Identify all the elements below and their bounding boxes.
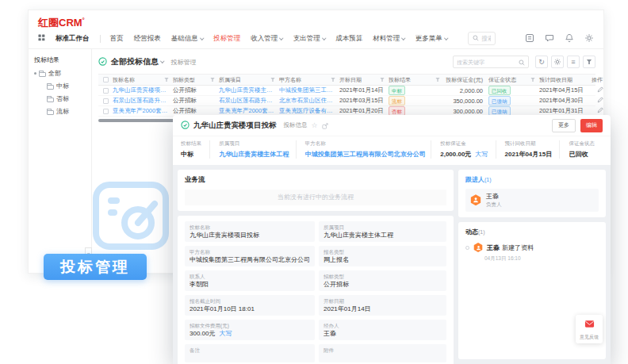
nav-bid-management[interactable]: 投标管理: [213, 34, 240, 44]
col-actions: 操作: [592, 76, 609, 84]
refresh-button[interactable]: ↻: [535, 56, 548, 68]
nav-reports[interactable]: 经营报表: [134, 34, 161, 44]
filter-funnel-icon[interactable]: [164, 78, 169, 82]
detail-actions: 更多 编辑: [552, 119, 603, 132]
columns-button[interactable]: ≡: [567, 56, 580, 68]
cell-bid-name[interactable]: 石景山区莲石路升改造工程: [113, 97, 173, 105]
activity-title: 动态(1): [465, 228, 599, 236]
nav-home[interactable]: 首页: [110, 34, 124, 44]
bid-management-badge: 投标管理: [44, 254, 147, 280]
memo-icon[interactable]: [525, 33, 534, 44]
tree-node-label: 否标: [56, 94, 69, 103]
uppercase-link[interactable]: 大写: [219, 330, 232, 337]
apps-grid-icon[interactable]: [38, 34, 45, 43]
cell-project[interactable]: 石景山区莲石路升改造工程: [219, 97, 279, 105]
search-icon: [473, 35, 479, 43]
detail-tab-label: 投标信息: [284, 121, 308, 129]
cell-bid-name[interactable]: 九华山庄贵宾楼项目投标: [113, 86, 173, 94]
tree-node-failed[interactable]: 流标: [47, 107, 86, 116]
tree-node-won[interactable]: 中标: [47, 82, 86, 90]
star-icon[interactable]: ☆: [312, 122, 318, 129]
chevron-down-icon: [322, 36, 326, 40]
feedback-widget[interactable]: 意见反馈: [576, 315, 603, 343]
chat-icon[interactable]: [545, 33, 554, 44]
col-party[interactable]: 甲方名称: [279, 76, 339, 84]
nav-expense[interactable]: 支出管理: [293, 34, 326, 44]
more-button[interactable]: 更多: [552, 119, 576, 132]
edit-icon[interactable]: [597, 108, 603, 115]
col-project[interactable]: 所属项目: [219, 76, 279, 84]
deposit-status-tag: 已回收: [488, 86, 511, 95]
filter-funnel-icon[interactable]: [530, 78, 535, 82]
summary-recover-date: 预计回收日期 2021年04月15日: [496, 140, 560, 159]
cell-party[interactable]: 北京市石景山区住房和城...: [279, 97, 339, 105]
cell-open-date: 2021年01月20日: [339, 107, 389, 115]
nav-basic-info[interactable]: 基础信息: [171, 34, 204, 44]
filter-funnel-icon[interactable]: [270, 78, 275, 82]
logo-degree: °: [82, 17, 85, 24]
nav-budget[interactable]: 成本预算: [335, 34, 362, 44]
logo-text: 红圈CRM: [38, 17, 82, 29]
module-icon: [98, 55, 107, 69]
nav-materials[interactable]: 材料管理: [373, 34, 405, 44]
col-deposit[interactable]: 投标保证金(元): [444, 76, 488, 84]
filter-funnel-icon[interactable]: [435, 78, 440, 82]
settings-button[interactable]: [551, 56, 564, 68]
bid-watermark-icon: [92, 181, 170, 254]
list-search-input[interactable]: [457, 59, 516, 65]
col-open-date[interactable]: 开标日期: [339, 76, 389, 84]
field-remark: 备注: [185, 344, 315, 362]
cell-party[interactable]: 中城投集团第三工程局有...: [279, 86, 339, 94]
tree-node-all[interactable]: 全部: [34, 69, 86, 78]
nav-more-menu[interactable]: 更多菜单: [415, 34, 448, 44]
chevron-down-icon[interactable]: [160, 59, 164, 63]
share-icon[interactable]: [322, 118, 328, 132]
workspace-label[interactable]: 标准工作台: [56, 34, 90, 44]
app-logo: 红圈CRM°: [38, 15, 85, 29]
row-checkbox[interactable]: [103, 109, 109, 114]
list-title[interactable]: 全部投标信息: [111, 56, 159, 67]
gear-icon[interactable]: [584, 33, 594, 44]
row-checkbox[interactable]: [103, 88, 109, 94]
table-row[interactable]: 九华山庄贵宾楼项目投标 公开招标 九华山庄贵宾楼主体工程 中城投集团第三工程局有…: [98, 86, 595, 96]
bid-detail-panel: 九华山庄贵宾楼项目投标 投标信息 ☆ 更多 编辑 投标结果 中标 所属项目 九华…: [173, 115, 611, 364]
search-icon[interactable]: [519, 55, 525, 69]
global-search[interactable]: [468, 32, 496, 45]
tree-node-lost[interactable]: 否标: [47, 94, 86, 103]
global-search-input[interactable]: [481, 35, 491, 42]
app-header: 红圈CRM°: [29, 10, 603, 29]
row-checkbox[interactable]: [103, 98, 109, 104]
nav-income[interactable]: 收入管理: [251, 34, 283, 44]
edit-icon[interactable]: [597, 87, 603, 94]
col-bid-name[interactable]: 投标名称: [113, 76, 173, 84]
summary-deposit-status: 保证金状态 已回收: [559, 140, 603, 159]
select-all-checkbox[interactable]: [103, 77, 109, 82]
cell-project[interactable]: 亚美克年产2000套智能...: [219, 107, 279, 115]
list-actions: ↻ ≡: [535, 56, 595, 68]
filter-funnel-icon[interactable]: [331, 78, 335, 82]
edit-icon[interactable]: [597, 98, 603, 105]
uppercase-link[interactable]: 大写: [475, 151, 488, 158]
list-subtitle: 投标管理: [171, 58, 197, 67]
cell-party[interactable]: 亚美克医疗设备有限公司: [279, 107, 339, 115]
cell-bid-name[interactable]: 亚美克年产2000套智能...: [113, 107, 173, 115]
tree-node-label: 全部: [48, 69, 61, 78]
filter-funnel-icon[interactable]: [380, 78, 385, 82]
edit-button[interactable]: 编辑: [580, 119, 603, 132]
list-search[interactable]: [453, 56, 529, 68]
col-recover-date[interactable]: 预计回收日期: [539, 76, 592, 84]
col-bid-type[interactable]: 招标类型: [173, 76, 219, 84]
col-deposit-status[interactable]: 保证金状态: [488, 76, 539, 84]
folder-icon: [47, 85, 54, 90]
filter-funnel-icon[interactable]: [210, 78, 215, 82]
field-open-date: 开标日期2021年01月14日: [319, 295, 446, 316]
field-attachment: 附件: [319, 344, 446, 362]
table-row[interactable]: 石景山区莲石路升改造工程 公开招标 石景山区莲石路升改造工程 北京市石景山区住房…: [98, 96, 595, 106]
follower-item[interactable]: 王淼 负责人: [465, 189, 599, 213]
fields-card: 投标名称九华山庄贵宾楼项目投标 所属项目九华山庄贵宾楼主体工程 甲方名称中城投集…: [178, 216, 454, 364]
bell-icon[interactable]: [565, 33, 574, 44]
activity-time: 04月13日 16:10: [484, 255, 599, 262]
filter-button[interactable]: [583, 56, 595, 68]
col-result[interactable]: 投标结果: [389, 76, 444, 84]
cell-project[interactable]: 九华山庄贵宾楼主体工程: [219, 86, 279, 94]
